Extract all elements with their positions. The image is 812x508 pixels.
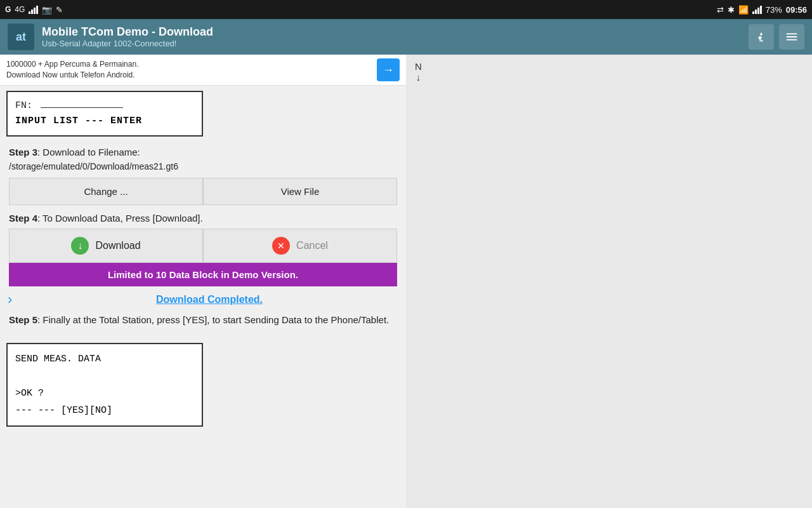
ad-banner: 1000000 + App Percuma & Permainan. Downl… (0, 55, 406, 86)
status-left-icons: G 4G 📷 ✎ (5, 5, 63, 15)
ad-arrow-button[interactable]: → (377, 58, 400, 81)
fn-label: FN: (15, 98, 194, 114)
download-buttons-row: ↓ Download ✕ Cancel (9, 229, 397, 263)
device-screen-bottom: SEND MEAS. DATA >OK ? --- --- [YES][NO] (6, 343, 203, 427)
app-icon: at (8, 23, 34, 50)
step3-label: Step 3: Download to Filename: (9, 147, 397, 157)
device-bottom-line1: SEND MEAS. DATA (15, 351, 194, 368)
compass-arrow: ↓ (416, 72, 421, 83)
compass: N ↓ (415, 61, 422, 83)
download-completed-text: Download Completed. (22, 286, 397, 313)
signal-4g-icon: 4G (15, 5, 25, 14)
title-bar: at Mobile TCom Demo - Download Usb-Seria… (0, 19, 812, 55)
device-bottom-line2 (15, 368, 194, 385)
title-bar-text: Mobile TCom Demo - Download Usb-Serial A… (42, 25, 741, 48)
device-screen-top: FN: INPUT LIST --- ENTER (6, 91, 203, 137)
ad-text: 1000000 + App Percuma & Permainan. Downl… (6, 59, 138, 81)
battery-percentage: 73% (766, 5, 782, 15)
camera-icon: 📷 (42, 5, 52, 15)
signal-bars-icon (29, 5, 38, 14)
cancel-button[interactable]: ✕ Cancel (203, 229, 397, 263)
status-bar: G 4G 📷 ✎ ⇄ ✱ 📶 73% 09:56 (0, 0, 812, 19)
step5-label: Step 5: Finally at the Total Station, pr… (9, 313, 397, 328)
status-right-icons: ⇄ ✱ 📶 73% 09:56 (717, 5, 807, 15)
title-bar-actions (749, 24, 804, 50)
signal-strength-icon (752, 5, 762, 14)
cancel-icon: ✕ (272, 237, 290, 255)
connection-status: Usb-Serial Adapter 1002-Connected! (42, 39, 741, 48)
change-button[interactable]: Change ... (9, 178, 203, 205)
bluetooth-icon: ✱ (728, 5, 735, 15)
time-display: 09:56 (786, 5, 807, 15)
demo-banner: Limited to 10 Data Block in Demo Version… (9, 263, 397, 286)
content-area: Step 3: Download to Filename: /storage/e… (0, 142, 406, 338)
nav-arrow-left[interactable]: › (8, 291, 12, 308)
left-panel: 1000000 + App Percuma & Permainan. Downl… (0, 55, 406, 508)
main-layout: 1000000 + App Percuma & Permainan. Downl… (0, 55, 812, 508)
signal-g-icon: G (5, 5, 11, 14)
wifi-icon: 📶 (738, 5, 749, 15)
app-title: Mobile TCom Demo - Download (42, 25, 741, 39)
cast-icon: ⇄ (717, 5, 724, 15)
usb-button[interactable] (749, 24, 774, 50)
download-icon: ↓ (71, 237, 89, 255)
download-button[interactable]: ↓ Download (9, 229, 203, 263)
edit-icon: ✎ (56, 5, 63, 15)
filename-path: /storage/emulated/0/Download/meas21.gt6 (9, 161, 397, 171)
compass-n-label: N (415, 61, 422, 72)
step4-label: Step 4: To Download Data, Press [Downloa… (9, 213, 397, 224)
device-bottom-line3: >OK ? (15, 385, 194, 402)
device-bottom-line4: --- --- [YES][NO] (15, 402, 194, 419)
step3-buttons: Change ... View File (9, 178, 397, 205)
input-list-line: INPUT LIST --- ENTER (15, 114, 194, 129)
right-panel: N ↓ (406, 55, 812, 508)
view-file-button[interactable]: View File (203, 178, 397, 205)
menu-button[interactable] (779, 24, 804, 50)
